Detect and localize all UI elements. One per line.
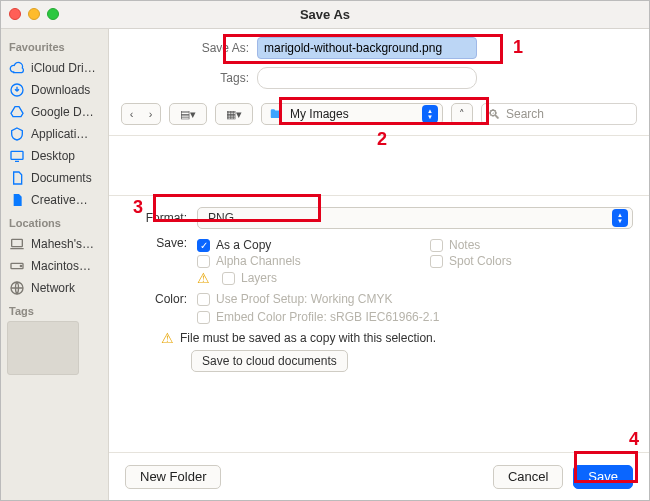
close-window-button[interactable] xyxy=(9,8,21,20)
search-icon: 🔍︎ xyxy=(488,107,501,122)
color-label: Color: xyxy=(125,292,197,306)
view-mode-button[interactable]: ▤▾ xyxy=(169,103,207,125)
sidebar-item-documents[interactable]: Documents xyxy=(7,167,104,189)
drive-icon xyxy=(9,104,25,120)
checkbox-notes: Notes xyxy=(430,238,633,252)
format-label: Format: xyxy=(125,211,197,225)
svg-rect-1 xyxy=(11,151,23,159)
folder-icon xyxy=(268,107,284,121)
sidebar-item-creative[interactable]: Creative… xyxy=(7,189,104,211)
folder-popup[interactable]: My Images ▲▼ xyxy=(261,103,443,125)
sidebar-item-network[interactable]: Network xyxy=(7,277,104,299)
desktop-icon xyxy=(9,148,25,164)
cloud-icon xyxy=(9,60,25,76)
button-label: New Folder xyxy=(140,469,206,484)
sidebar-item-label: Downloads xyxy=(31,83,90,97)
tag-swatch[interactable] xyxy=(7,321,79,375)
sidebar-item-label: Mahesh's… xyxy=(31,237,94,251)
apps-icon xyxy=(9,126,25,142)
svg-point-4 xyxy=(20,265,21,266)
window-controls xyxy=(9,8,59,20)
chevron-left-icon: ‹ xyxy=(122,108,141,120)
sidebar-item-computer[interactable]: Mahesh's… xyxy=(7,233,104,255)
grid-icon: ▦▾ xyxy=(226,108,242,121)
sidebar-item-macintosh-hd[interactable]: Macintos… xyxy=(7,255,104,277)
checkbox-spot-colors: Spot Colors xyxy=(430,254,633,268)
checkbox-label: Layers xyxy=(241,271,277,285)
search-input[interactable]: 🔍︎ Search xyxy=(481,103,637,125)
checkbox-as-a-copy[interactable]: ✓ As a Copy xyxy=(197,238,400,252)
format-popup[interactable]: PNG ▲▼ xyxy=(197,207,633,229)
save-to-cloud-button[interactable]: Save to cloud documents xyxy=(191,350,348,372)
file-icon xyxy=(9,192,25,208)
chevron-up-icon: ˄ xyxy=(459,108,465,121)
sidebar-item-icloud[interactable]: iCloud Dri… xyxy=(7,57,104,79)
sidebar-item-google-drive[interactable]: Google D… xyxy=(7,101,104,123)
popup-arrows-icon: ▲▼ xyxy=(612,209,628,227)
svg-rect-2 xyxy=(12,239,23,246)
sidebar-item-applications[interactable]: Applicati… xyxy=(7,123,104,145)
checkbox-icon xyxy=(197,311,210,324)
window-title: Save As xyxy=(300,7,350,22)
popup-arrows-icon: ▲▼ xyxy=(422,105,438,123)
sidebar-item-label: Applicati… xyxy=(31,127,88,141)
zoom-window-button[interactable] xyxy=(47,8,59,20)
sidebar-group-label: Tags xyxy=(9,305,104,317)
checkbox-icon xyxy=(197,293,210,306)
sidebar-item-downloads[interactable]: Downloads xyxy=(7,79,104,101)
sidebar-item-label: Network xyxy=(31,281,75,295)
minimize-window-button[interactable] xyxy=(28,8,40,20)
download-icon xyxy=(9,82,25,98)
sidebar-group-label: Locations xyxy=(9,217,104,229)
button-label: Save xyxy=(588,469,618,484)
group-button[interactable]: ▦▾ xyxy=(215,103,253,125)
sidebar: Favourites iCloud Dri… Downloads Google … xyxy=(1,29,109,500)
folder-popup-label: My Images xyxy=(290,107,416,121)
checkbox-label: As a Copy xyxy=(216,238,271,252)
button-label: Save to cloud documents xyxy=(202,354,337,368)
checkbox-label: Notes xyxy=(449,238,480,252)
laptop-icon xyxy=(9,236,25,252)
globe-icon xyxy=(9,280,25,296)
location-toolbar: ‹ › ▤▾ ▦▾ My Images ▲▼ ˄ 🔍︎ xyxy=(109,97,649,136)
checkbox-label: Embed Color Profile: sRGB IEC61966-2.1 xyxy=(216,310,439,324)
main-panel: Save As: Tags: ‹ › ▤▾ ▦▾ xyxy=(109,29,649,500)
checkbox-label: Alpha Channels xyxy=(216,254,301,268)
checkbox-alpha-channels: Alpha Channels xyxy=(197,254,400,268)
sidebar-item-label: Desktop xyxy=(31,149,75,163)
cancel-button[interactable]: Cancel xyxy=(493,465,563,489)
checkbox-icon xyxy=(222,272,235,285)
button-label: Cancel xyxy=(508,469,548,484)
checkbox-icon xyxy=(197,255,210,268)
warning-icon: ⚠︎ xyxy=(197,270,210,286)
checkbox-icon xyxy=(430,255,443,268)
bottom-bar: New Folder Cancel Save xyxy=(109,452,649,500)
sidebar-item-label: Macintos… xyxy=(31,259,91,273)
sidebar-item-label: iCloud Dri… xyxy=(31,61,96,75)
tags-input[interactable] xyxy=(257,67,477,89)
format-value: PNG xyxy=(208,211,612,225)
nav-back-forward[interactable]: ‹ › xyxy=(121,103,161,125)
sidebar-item-label: Google D… xyxy=(31,105,94,119)
checkbox-icon: ✓ xyxy=(197,239,210,252)
save-button[interactable]: Save xyxy=(573,465,633,489)
save-as-input[interactable] xyxy=(257,37,477,59)
note-text: File must be saved as a copy with this s… xyxy=(180,331,436,345)
chevron-right-icon: › xyxy=(141,108,160,120)
search-placeholder: Search xyxy=(506,107,544,121)
save-as-label: Save As: xyxy=(199,41,257,55)
checkbox-layers: ⚠︎ Layers xyxy=(197,270,400,286)
checkbox-label: Use Proof Setup: Working CMYK xyxy=(216,292,393,306)
sidebar-item-desktop[interactable]: Desktop xyxy=(7,145,104,167)
warning-icon: ⚠︎ xyxy=(161,330,174,346)
checkbox-icon xyxy=(430,239,443,252)
tags-label: Tags: xyxy=(199,71,257,85)
checkbox-label: Spot Colors xyxy=(449,254,512,268)
list-icon: ▤▾ xyxy=(180,108,196,121)
checkbox-proof-setup: Use Proof Setup: Working CMYK xyxy=(197,292,633,306)
expand-button[interactable]: ˄ xyxy=(451,103,473,125)
save-options-label: Save: xyxy=(125,236,197,250)
new-folder-button[interactable]: New Folder xyxy=(125,465,221,489)
file-browser-area[interactable] xyxy=(109,136,649,196)
titlebar: Save As xyxy=(1,1,649,29)
